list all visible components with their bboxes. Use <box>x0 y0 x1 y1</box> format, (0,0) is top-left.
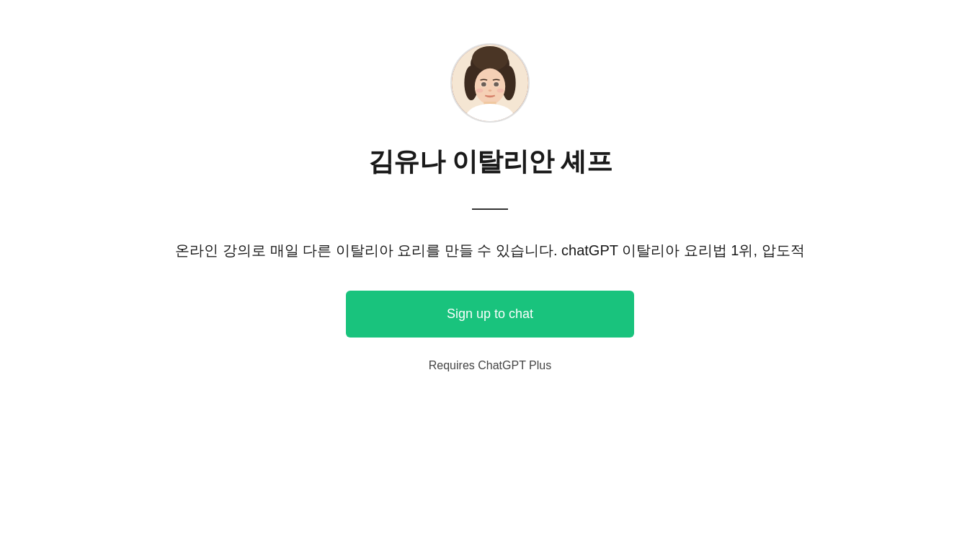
svg-point-10 <box>481 81 488 87</box>
svg-point-5 <box>475 69 505 105</box>
svg-point-14 <box>497 89 504 93</box>
profile-title: 김유나 이탈리안 셰프 <box>368 144 612 180</box>
svg-point-11 <box>493 81 500 87</box>
page-container: 김유나 이탈리안 셰프 온라인 강의로 매일 다른 이탈리아 요리를 만들 수 … <box>0 0 980 372</box>
divider <box>472 208 508 210</box>
profile-description: 온라인 강의로 매일 다른 이탈리아 요리를 만들 수 있습니다. chatGP… <box>161 239 819 262</box>
requires-note: Requires ChatGPT Plus <box>429 359 551 372</box>
svg-point-13 <box>476 89 484 93</box>
svg-point-4 <box>472 46 508 71</box>
svg-point-12 <box>489 89 492 92</box>
signup-button[interactable]: Sign up to chat <box>346 291 634 338</box>
avatar-container <box>450 43 530 123</box>
avatar <box>452 45 528 121</box>
